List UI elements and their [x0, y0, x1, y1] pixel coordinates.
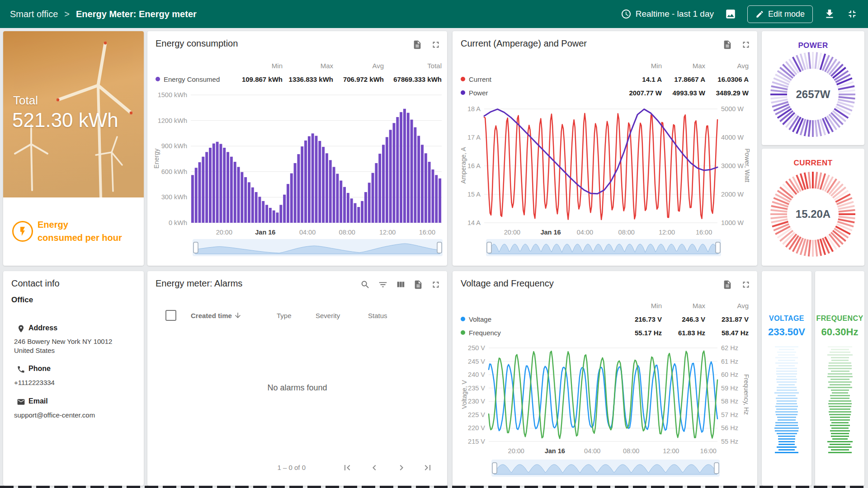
- svg-text:Jan 16: Jan 16: [545, 447, 565, 455]
- column-severity[interactable]: Severity: [316, 312, 368, 319]
- legend-voltage[interactable]: Voltage: [461, 315, 608, 323]
- screenshot-icon[interactable]: [725, 8, 736, 20]
- page-title: Energy Meter: Energy meter: [76, 9, 197, 19]
- current-gauge-widget: CURRENT 15.20A: [762, 149, 864, 266]
- svg-text:1500 kWh: 1500 kWh: [158, 91, 187, 99]
- svg-text:16 A: 16 A: [467, 162, 481, 169]
- svg-text:250 V: 250 V: [468, 344, 485, 352]
- svg-text:600 kWh: 600 kWh: [161, 168, 187, 175]
- address-label: Address: [28, 324, 57, 332]
- gauge-title: POWER: [762, 41, 864, 50]
- svg-text:56 Hz: 56 Hz: [721, 424, 738, 432]
- svg-text:16:00: 16:00: [696, 229, 712, 236]
- pagination-range: 1 – 0 of 0: [251, 464, 306, 471]
- svg-text:57 Hz: 57 Hz: [721, 411, 738, 418]
- power-gauge-value: 2657W: [762, 88, 864, 101]
- svg-text:62 Hz: 62 Hz: [721, 344, 738, 352]
- legend-energy-consumed[interactable]: Energy Consumed: [156, 75, 232, 83]
- download-icon[interactable]: [824, 8, 835, 20]
- gauge-title: VOLTAGE: [762, 314, 811, 323]
- voltage-gauge-widget: VOLTAGE 233.50V: [762, 271, 811, 486]
- contact-info-widget: Contact info Office Address 246 Bowery N…: [3, 271, 144, 486]
- timewindow-button[interactable]: Realtime - last 1 day: [621, 9, 714, 19]
- export-widget-icon[interactable]: [722, 40, 732, 50]
- widget-title: Current (Amperage) and Power: [461, 38, 587, 49]
- series-stats-row: Voltage 216.73 V 246.3 V 231.87 V: [461, 314, 749, 324]
- svg-text:16:00: 16:00: [419, 229, 435, 236]
- svg-text:4000 W: 4000 W: [721, 134, 744, 141]
- export-widget-icon[interactable]: [722, 280, 732, 290]
- legend-current[interactable]: Current: [461, 75, 608, 83]
- svg-text:20:00: 20:00: [508, 447, 524, 455]
- power-gauge-widget: POWER 2657W: [762, 31, 864, 145]
- contact-subtitle: Office: [11, 296, 33, 305]
- widget-title: Voltage and Frequency: [461, 278, 554, 289]
- legend-dot: [461, 317, 465, 321]
- total-value: 521.30 kWh: [12, 109, 118, 131]
- select-all-checkbox[interactable]: [165, 310, 176, 321]
- export-widget-icon[interactable]: [412, 40, 422, 50]
- svg-text:245 V: 245 V: [468, 358, 485, 365]
- current-gauge-value: 15.20A: [762, 208, 864, 221]
- svg-text:55 Hz: 55 Hz: [721, 438, 738, 445]
- svg-text:04:00: 04:00: [584, 447, 600, 455]
- frequency-gauge-value: 60.30Hz: [815, 326, 864, 338]
- gauge-title: FREQUENCY: [815, 314, 864, 323]
- column-type[interactable]: Type: [277, 312, 316, 319]
- fullscreen-icon[interactable]: [741, 280, 751, 290]
- alarms-widget: Energy meter: Alarms Created time Type S…: [147, 271, 447, 486]
- phone-label: Phone: [28, 365, 51, 373]
- pencil-icon: [755, 10, 764, 19]
- breadcrumb-dashboards-group[interactable]: Smart office: [10, 9, 58, 19]
- clock-icon: [621, 9, 632, 19]
- time-range-scrollbar[interactable]: [486, 239, 721, 256]
- map-pin-icon: [17, 324, 25, 333]
- svg-text:Jan 16: Jan 16: [540, 229, 561, 236]
- time-range-scrollbar[interactable]: [193, 239, 443, 256]
- column-status[interactable]: Status: [368, 312, 447, 319]
- svg-text:04:00: 04:00: [577, 229, 593, 236]
- voltage-gauge-value: 233.50V: [762, 326, 811, 338]
- columns-icon[interactable]: [396, 280, 406, 290]
- lightning-bolt-icon: [17, 226, 28, 237]
- svg-text:220 V: 220 V: [468, 424, 485, 432]
- fullscreen-icon[interactable]: [431, 280, 441, 290]
- search-icon[interactable]: [360, 280, 370, 290]
- svg-text:61 Hz: 61 Hz: [721, 358, 738, 365]
- edit-mode-button[interactable]: Edit mode: [747, 5, 813, 23]
- next-page-icon[interactable]: [396, 462, 407, 473]
- email-value: support@office-center.com: [14, 411, 95, 420]
- svg-text:08:00: 08:00: [339, 229, 355, 236]
- time-range-scrollbar[interactable]: [491, 460, 720, 477]
- dashboard: Smart office > Energy Meter: Energy mete…: [0, 0, 868, 488]
- energy-consumption-widget: Energy consumption Min Max Avg Total Ene…: [147, 31, 447, 266]
- stats-header-row: Min Max Avg: [461, 60, 749, 71]
- svg-text:3000 W: 3000 W: [721, 162, 744, 169]
- cutoff-widget-strip: [0, 486, 868, 488]
- fullscreen-icon[interactable]: [431, 40, 441, 50]
- svg-text:12:00: 12:00: [379, 229, 396, 236]
- total-energy-widget: Total 521.30 kWh Energy consumed per hou…: [3, 31, 144, 266]
- frequency-level-gauge: [827, 346, 853, 455]
- frequency-gauge-widget: FREQUENCY 60.30Hz: [815, 271, 864, 486]
- export-widget-icon[interactable]: [413, 280, 423, 290]
- first-page-icon[interactable]: [342, 462, 353, 473]
- widget-title: Energy meter: Alarms: [156, 278, 242, 289]
- energy-caption: Energy consumed per hour: [38, 218, 122, 244]
- svg-text:2000 W: 2000 W: [721, 191, 744, 198]
- exit-fullscreen-icon[interactable]: [846, 8, 858, 20]
- widget-title: Energy consumption: [156, 38, 238, 49]
- alarms-table-header: Created time Type Severity Status: [147, 306, 447, 324]
- svg-text:58 Hz: 58 Hz: [721, 398, 738, 405]
- last-page-icon[interactable]: [422, 462, 433, 473]
- filter-icon[interactable]: [378, 280, 388, 290]
- gauge-title: CURRENT: [762, 159, 864, 168]
- empty-table-message: No alarms found: [147, 383, 447, 393]
- column-created-time[interactable]: Created time: [191, 311, 277, 319]
- previous-page-icon[interactable]: [369, 462, 380, 473]
- svg-text:60 Hz: 60 Hz: [721, 371, 738, 378]
- widget-title: Contact info: [11, 278, 60, 289]
- svg-text:20:00: 20:00: [504, 229, 520, 236]
- voltage-frequency-line-chart: 250 V245 V240 V235 V230 V225 V220 V215 V…: [453, 330, 757, 465]
- fullscreen-icon[interactable]: [741, 40, 751, 50]
